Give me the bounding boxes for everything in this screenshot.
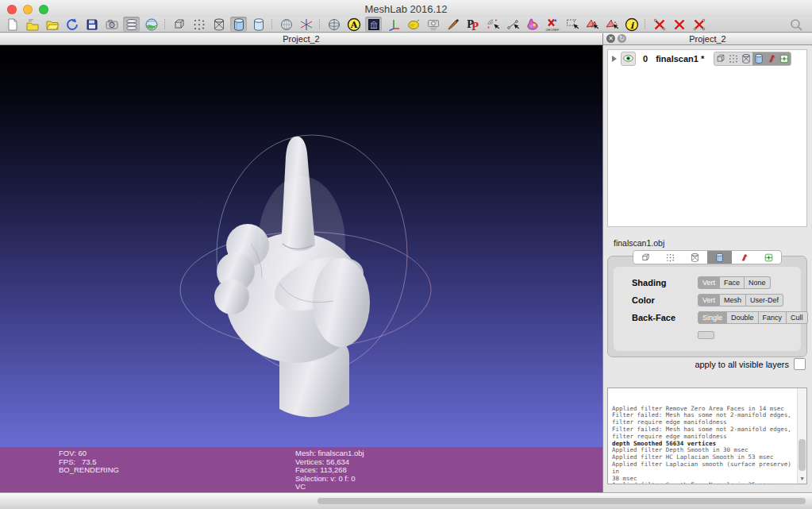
mesh-name-readout: Mesh: finalscan1.obj: [295, 449, 364, 458]
layer-list: 0 finalscan1 *: [607, 49, 807, 227]
panel-close-icon[interactable]: ✕: [606, 34, 615, 43]
backface-option-double[interactable]: Double: [727, 311, 759, 324]
expand-triangle-icon[interactable]: [612, 56, 617, 62]
backface-extra-button[interactable]: [698, 331, 714, 339]
scroll-down-arrow-icon[interactable]: ▼: [798, 476, 806, 483]
apply-all-checkbox[interactable]: [794, 358, 806, 370]
z-painting-button[interactable]: [444, 17, 461, 32]
log-line: Applied filter Laplacian smooth (surface…: [612, 461, 795, 476]
svg-text:P: P: [471, 21, 479, 32]
layer-render-toggles: [714, 52, 791, 66]
tab-shading[interactable]: [707, 251, 732, 264]
shading-label: Shading: [632, 278, 698, 287]
shading-option-vert[interactable]: Vert: [698, 276, 720, 289]
backface-option-cull[interactable]: Cull: [787, 311, 808, 324]
tab-texture[interactable]: [756, 251, 781, 264]
viewport-status-bar: FOV: 60FPS: 73.5BO_RENDERING Mesh: final…: [0, 447, 602, 493]
show-labels-button[interactable]: A: [345, 17, 362, 32]
backface-row: Back-Face SingleDoubleFancyCull: [614, 309, 801, 326]
panel-undock-icon[interactable]: ↻: [618, 34, 626, 43]
render-flat-button[interactable]: [250, 17, 267, 32]
horizontal-scrollbar[interactable]: [0, 492, 812, 509]
render-texture-button[interactable]: [278, 17, 294, 32]
layer-color-toggle[interactable]: [765, 52, 778, 65]
horizontal-scrollbar-thumb[interactable]: [317, 498, 806, 504]
show-camera-sphere-button[interactable]: [325, 17, 342, 32]
shading-option-face[interactable]: Face: [720, 276, 745, 289]
toggle-light-button[interactable]: [405, 17, 421, 32]
viewport-titlebar[interactable]: Project_2: [0, 33, 602, 45]
fov-readout: FOV: 60: [59, 449, 119, 458]
decoration-settings: Shading VertFaceNone Color VertMeshUser-…: [614, 267, 801, 351]
quality-mapper-button[interactable]: [524, 17, 541, 32]
layer-points-toggle[interactable]: [727, 52, 740, 65]
shading-option-none[interactable]: None: [745, 276, 771, 289]
backface-control: SingleDoubleFancyCull: [698, 311, 808, 324]
render-points-button[interactable]: [190, 17, 207, 32]
show-layer-dialog-button[interactable]: [123, 17, 140, 32]
color-option-mesh[interactable]: Mesh: [720, 294, 746, 307]
window-titlebar: MeshLab 2016.12: [0, 0, 812, 17]
viewport-pane: Project_2: [0, 33, 602, 493]
select-rectangle-button[interactable]: [564, 17, 580, 32]
show-axis-corner-button[interactable]: [385, 17, 402, 32]
log-scrollbar[interactable]: ▼: [797, 388, 806, 484]
log-output[interactable]: Applied filter Remove Zero Area Faces in…: [607, 388, 807, 484]
backface-option-single[interactable]: Single: [698, 311, 727, 324]
layer-smooth-shading-toggle[interactable]: [752, 52, 765, 65]
layers-panel-titlebar[interactable]: ✕ ↻ Project_2: [603, 33, 812, 45]
toolbar-separator: [164, 19, 166, 29]
select-faces-visible-button[interactable]: [603, 17, 620, 32]
apply-all-label: apply to all visible layers: [695, 360, 789, 369]
texture-parametrization-button[interactable]: PP: [464, 17, 481, 32]
viewport-canvas[interactable]: FOV: 60FPS: 73.5BO_RENDERING Mesh: final…: [0, 45, 602, 493]
color-option-vert[interactable]: Vert: [698, 294, 720, 307]
hand-mesh: [214, 137, 370, 417]
render-wireframe-button[interactable]: [210, 17, 227, 32]
georeference-button[interactable]: GEOREF: [544, 17, 560, 32]
tab-bbox[interactable]: [633, 251, 658, 264]
backface-label: Back-Face: [632, 313, 698, 322]
layer-texture-toggle[interactable]: [778, 52, 791, 65]
visibility-eye-icon[interactable]: [621, 52, 636, 66]
reload-button[interactable]: [63, 17, 80, 32]
layers-panel-title: Project_2: [689, 34, 725, 44]
show-background-button[interactable]: [365, 17, 382, 32]
render-smooth-button[interactable]: [230, 17, 247, 32]
select-faces-button[interactable]: [583, 17, 600, 32]
snapshot-button[interactable]: [103, 17, 120, 32]
open-project-button[interactable]: [24, 17, 40, 32]
save-project-button[interactable]: [83, 17, 100, 32]
tab-color[interactable]: [732, 251, 756, 264]
viewport-title: Project_2: [283, 34, 319, 44]
import-mesh-button[interactable]: [44, 17, 60, 32]
hud-center-block: Mesh: finalscan1.objVertices: 56,634Face…: [295, 449, 364, 492]
delete-selected-faces-button[interactable]: [671, 17, 687, 32]
hud-left-block: FOV: 60FPS: 73.5BO_RENDERING: [59, 449, 119, 475]
toolbar: APPGEOREFi: [0, 17, 812, 33]
layer-bbox-toggle[interactable]: [714, 52, 727, 65]
color-label: Color: [632, 295, 698, 305]
edge-picking-button[interactable]: [504, 17, 521, 32]
svg-text:GEOREF: GEOREF: [545, 28, 559, 32]
delete-selected-vertices-button[interactable]: [651, 17, 668, 32]
tab-points[interactable]: [658, 251, 683, 264]
mesh-info-button[interactable]: i: [623, 17, 640, 32]
show-trackball-button[interactable]: [143, 17, 160, 32]
delete-faces-and-vertices-button[interactable]: [691, 17, 707, 32]
new-document-button[interactable]: [4, 17, 21, 32]
current-mesh-filename: finalscan1.obj: [614, 238, 664, 248]
layer-wireframe-toggle[interactable]: [740, 52, 752, 65]
layer-row[interactable]: 0 finalscan1 *: [608, 50, 806, 67]
point-picking-button[interactable]: [484, 17, 501, 32]
render-bbox-button[interactable]: [171, 17, 187, 32]
tab-wireframe[interactable]: [683, 251, 707, 264]
color-option-user-def[interactable]: User-Def: [746, 294, 783, 307]
log-line: Applied filter Smooth Face Normals in 35…: [612, 482, 795, 484]
log-scrollbar-thumb[interactable]: [799, 439, 806, 471]
model-alignment-button[interactable]: [425, 17, 441, 32]
backface-option-fancy[interactable]: Fancy: [759, 311, 787, 324]
decoration-panel: Shading VertFaceNone Color VertMeshUser-…: [607, 256, 807, 357]
show-axes-button[interactable]: [298, 17, 314, 32]
search-icon[interactable]: [787, 17, 804, 32]
